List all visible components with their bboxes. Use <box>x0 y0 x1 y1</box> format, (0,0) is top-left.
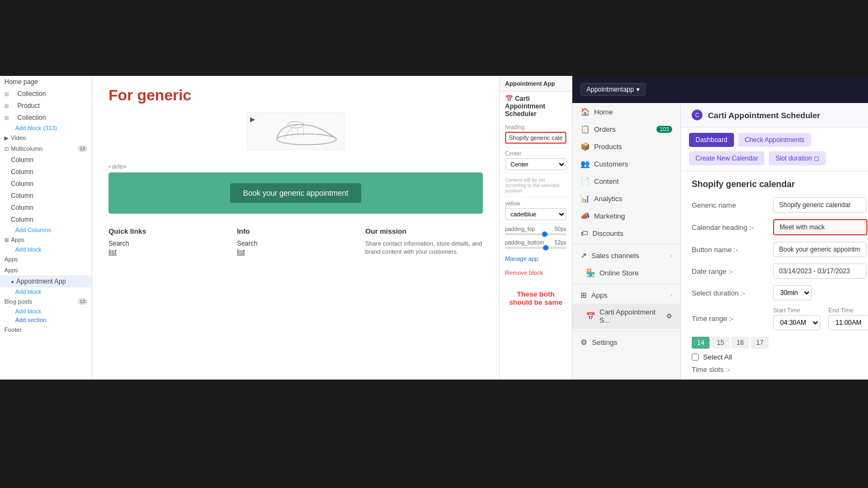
create-calendar-button[interactable]: Create New Calendar <box>689 151 764 165</box>
date-range-input[interactable] <box>773 264 866 279</box>
heading-input[interactable] <box>505 132 566 144</box>
admin-menu-home[interactable]: 🏠 Home <box>572 103 680 120</box>
generic-name-input[interactable] <box>773 197 866 213</box>
date-tab-17[interactable]: 17 <box>751 337 769 349</box>
info-search[interactable]: Search <box>237 240 355 247</box>
appointment-app-item[interactable]: ● Appointment App <box>0 275 92 287</box>
dashboard-button[interactable]: Dashboard <box>689 133 734 147</box>
calendar-section-title: Shopify generic calendar <box>692 179 857 189</box>
footer-section-item[interactable]: Footer <box>0 324 92 335</box>
button-name-input[interactable] <box>773 242 866 257</box>
date-tab-16[interactable]: 16 <box>731 337 749 349</box>
appt-app-carti-title: 📅 Carti Appointment Scheduler <box>500 92 572 121</box>
blog-posts-badge: 13 <box>78 298 87 305</box>
app-selector[interactable]: Appointmentapp ▾ <box>580 83 646 96</box>
carti-settings-icon[interactable]: ⚙ <box>666 312 672 320</box>
add-block-link-4[interactable]: Add block <box>0 307 92 316</box>
apps-menu-label: Apps <box>591 291 608 299</box>
apps-section-1[interactable]: ⊞ Apps <box>0 234 92 245</box>
carti-icon: 📅 <box>586 312 595 320</box>
play-button[interactable]: ▶ <box>250 115 255 123</box>
sidebar-collection-1[interactable]: ⊞ Collection <box>0 88 92 100</box>
admin-menu-discounts[interactable]: 🏷 Discounts <box>572 224 680 242</box>
date-tab-15[interactable]: 15 <box>711 337 729 349</box>
content-label: Content <box>594 177 619 185</box>
footer-col-mission: Our mission Share contact information, s… <box>365 227 483 256</box>
button-name-label: Button name :- <box>692 246 768 254</box>
padding-bottom-label: padding_bottom <box>505 240 544 246</box>
yellow-select[interactable]: cadetblue <box>505 208 566 220</box>
sidebar-collection-2[interactable]: ⊞ Collection <box>0 112 92 124</box>
column-1[interactable]: Column <box>0 154 92 166</box>
date-tab-14[interactable]: 14 <box>692 337 710 349</box>
select-duration-label: Select duration :- <box>692 289 768 297</box>
end-time-select[interactable]: 11:00AM <box>828 315 868 330</box>
admin-menu-analytics[interactable]: 📊 Analytics <box>572 190 680 207</box>
orders-label: Orders <box>594 125 616 133</box>
admin-menu-marketing[interactable]: 📣 Marketing <box>572 207 680 224</box>
sidebar-product[interactable]: ⊞ Product <box>0 100 92 112</box>
column-3[interactable]: Column <box>0 178 92 190</box>
admin-menu-settings[interactable]: ⚙ Settings <box>572 333 680 351</box>
mission-heading: Our mission <box>365 227 483 235</box>
position-note-text: Content will be set according to the sel… <box>505 177 559 194</box>
green-banner: Book your generic appointment <box>108 172 483 214</box>
admin-menu-customers[interactable]: 👥 Customers <box>572 155 680 172</box>
padding-top-track[interactable] <box>505 233 566 235</box>
duration-select[interactable]: 30min <box>773 285 812 300</box>
customers-icon: 👥 <box>580 159 590 168</box>
column-2[interactable]: Column <box>0 166 92 178</box>
blog-posts-section[interactable]: Blog posts 13 <box>0 296 92 307</box>
start-time-label: Start Time <box>773 307 820 313</box>
add-block-link-2[interactable]: Add block <box>0 245 92 254</box>
admin-menu-orders[interactable]: 📋 Orders 103 <box>572 120 680 138</box>
add-block-link-1[interactable]: Add block (313) <box>0 124 92 132</box>
apps-section-2[interactable]: Apps <box>0 254 92 265</box>
start-time-select[interactable]: 04:30AM <box>773 315 820 330</box>
quick-links-search[interactable]: Search <box>108 240 226 247</box>
admin-menu-content[interactable]: 📄 Content <box>572 172 680 190</box>
admin-menu-products[interactable]: 📦 Products <box>572 138 680 155</box>
admin-menu-apps[interactable]: ⊞ Apps › <box>572 286 680 304</box>
multicolumn-section[interactable]: ⊡ Multicolumn 13 <box>0 143 92 154</box>
add-section-link[interactable]: Add section <box>0 316 92 324</box>
column-5[interactable]: Column <box>0 202 92 214</box>
padding-bottom-thumb[interactable] <box>543 245 548 251</box>
video-label: Video <box>11 134 26 141</box>
padding-top-thumb[interactable] <box>542 232 547 237</box>
alignment-select[interactable]: Center <box>505 158 566 170</box>
apps-section-3[interactable]: Apps <box>0 265 92 275</box>
add-block-link-3[interactable]: Add block <box>0 287 92 296</box>
column-6[interactable]: Column <box>0 214 92 226</box>
time-range-label: Time range :- <box>692 314 768 323</box>
padding-bottom-track[interactable] <box>505 247 566 249</box>
admin-menu-carti[interactable]: 📅 Carti Appointment S... ⚙ <box>572 304 680 329</box>
app-selector-chevron: ▾ <box>636 86 640 93</box>
remove-block-link[interactable]: Remove block <box>500 266 572 279</box>
button-name-row: Button name :- <box>692 242 857 257</box>
date-range-row: Date range :- <box>692 264 857 279</box>
video-section[interactable]: ▶ Video <box>0 132 92 143</box>
padding-top-value: 50px <box>554 226 566 232</box>
carti-logo-text: C <box>695 112 699 118</box>
slot-duration-button[interactable]: Slot duration ◻ <box>769 151 826 165</box>
yellow-label: yellow <box>505 201 566 207</box>
add-columns-link[interactable]: Add Columns <box>0 226 92 234</box>
admin-panel: Appointmentapp ▾ 🏠 Home 📋 Orders 103 📦 P… <box>572 76 868 380</box>
quick-links-list[interactable]: list <box>108 248 226 256</box>
manage-app-link[interactable]: Manage app <box>500 251 572 266</box>
book-appointment-button[interactable]: Book your generic appointment <box>230 183 361 203</box>
breadcrumb-home-page[interactable]: Home page <box>0 76 92 88</box>
admin-menu-sales-channels[interactable]: ↗ Sales channels › <box>572 247 680 264</box>
admin-sidebar: 🏠 Home 📋 Orders 103 📦 Products 👥 Custome… <box>572 103 681 380</box>
column-4[interactable]: Column <box>0 190 92 202</box>
calendar-heading-input[interactable] <box>773 219 867 235</box>
check-appointments-button[interactable]: Check Appointments <box>738 133 811 147</box>
info-list[interactable]: list <box>237 248 355 256</box>
position-note: Content will be set according to the sel… <box>500 174 572 197</box>
admin-menu-online-store[interactable]: 🏪 Online Store <box>572 264 680 281</box>
date-tabs: 14 15 16 17 <box>692 337 857 349</box>
carti-app-icon: 📅 <box>505 95 513 102</box>
time-slots-label: Time slots :- <box>692 365 768 374</box>
select-all-checkbox[interactable] <box>692 354 699 361</box>
